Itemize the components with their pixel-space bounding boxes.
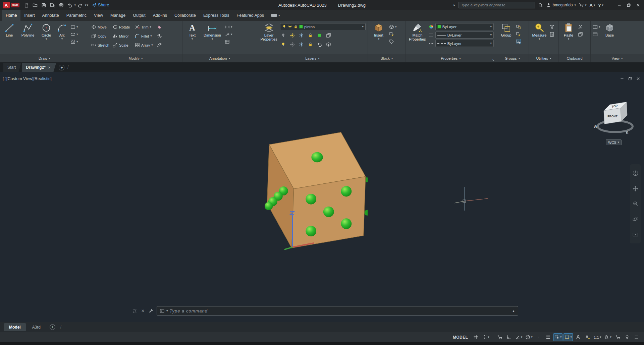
move-button[interactable]: Move xyxy=(91,24,113,30)
tab-home[interactable]: Home xyxy=(2,10,20,21)
ungroup-button[interactable] xyxy=(516,24,521,30)
close-tab-icon[interactable]: ✕ xyxy=(48,66,51,69)
layer-off-icon[interactable] xyxy=(281,33,286,38)
cut-button[interactable] xyxy=(578,24,583,30)
named-views-button[interactable] xyxy=(593,32,600,37)
group-button[interactable]: Group xyxy=(498,22,514,54)
layer-thaw-all-icon[interactable] xyxy=(299,42,304,47)
measure-button[interactable]: Measure ▾ xyxy=(531,22,548,54)
vp-minimize-button[interactable] xyxy=(618,75,626,82)
circle-button[interactable]: Circle ▾ xyxy=(39,22,54,54)
app-store-button[interactable]: ▾ xyxy=(579,3,587,8)
help-button[interactable]: ? ▾ xyxy=(598,3,603,8)
dynamic-input-toggle[interactable] xyxy=(495,333,504,341)
polar-tracking-toggle[interactable]: ▾ xyxy=(514,333,524,341)
panel-title-annotation[interactable]: Annotation ▾ xyxy=(182,54,257,62)
panel-title-properties[interactable]: Properties ▾ ↘ xyxy=(406,54,496,62)
command-input-box[interactable]: ▾ ▲ xyxy=(157,306,518,315)
ortho-toggle[interactable] xyxy=(505,333,513,341)
ribbon-display-toggle[interactable]: ▾ xyxy=(271,10,280,21)
layout-tab-a3rd[interactable]: A3rd xyxy=(27,323,46,331)
copy-button[interactable]: Copy xyxy=(91,34,113,39)
chevron-down-icon[interactable]: ▾ xyxy=(74,4,76,7)
layer-freeze-icon[interactable] xyxy=(299,33,304,38)
tab-express-tools[interactable]: Express Tools xyxy=(200,10,233,21)
erase-button[interactable] xyxy=(157,24,166,30)
autodesk-apps-button[interactable]: A ▾ xyxy=(590,3,595,8)
panel-title-view[interactable]: View ▾ xyxy=(591,54,644,62)
tab-annotate[interactable]: Annotate xyxy=(39,10,63,21)
layer-lock-icon[interactable] xyxy=(308,33,313,38)
line-button[interactable]: Line xyxy=(2,22,17,54)
dice-3d-model[interactable] xyxy=(263,132,368,250)
rectangle-button[interactable]: ▾ xyxy=(70,24,78,30)
layer-match-icon[interactable] xyxy=(326,33,331,38)
group-edit-button[interactable] xyxy=(516,32,521,37)
mirror-button[interactable]: Mirror xyxy=(113,34,135,39)
file-tab-start[interactable]: Start xyxy=(3,63,21,72)
group-selection-toggle[interactable] xyxy=(516,39,521,44)
restore-button[interactable] xyxy=(624,1,633,9)
viewport-view-menu[interactable]: [Custom View] xyxy=(6,76,33,81)
wcs-dropdown[interactable]: WCS ▾ xyxy=(606,139,622,145)
panel-title-block[interactable]: Block ▾ xyxy=(368,54,406,62)
grid-display-toggle[interactable] xyxy=(472,333,480,341)
polyline-button[interactable]: Polyline xyxy=(18,22,37,54)
ellipse-button[interactable]: ▾ xyxy=(70,32,78,37)
annotation-visibility-toggle[interactable] xyxy=(574,333,582,341)
new-drawing-button[interactable]: + xyxy=(59,65,64,70)
annotation-scale-button[interactable]: 1:1▾ xyxy=(593,333,602,341)
vp-close-button[interactable] xyxy=(634,75,642,82)
dimension-style-button[interactable]: ▾ xyxy=(225,24,232,30)
tab-addins[interactable]: Add-ins xyxy=(149,10,171,21)
viewport-control-menu[interactable]: [-] xyxy=(3,76,6,81)
tab-parametric[interactable]: Parametric xyxy=(63,10,90,21)
tab-collaborate[interactable]: Collaborate xyxy=(171,10,200,21)
layer-on-all-icon[interactable] xyxy=(281,42,286,47)
annotation-autoscale-toggle[interactable] xyxy=(583,333,592,341)
viewcube[interactable]: W S TOP FRONT WCS ▾ xyxy=(594,98,644,148)
lineweight-dropdown[interactable]: ByLayer ▾ xyxy=(435,32,494,39)
fillet-button[interactable]: Fillet▾ xyxy=(135,34,157,39)
quick-calc-button[interactable] xyxy=(549,32,554,37)
rotate-button[interactable]: Rotate xyxy=(113,24,135,30)
create-block-button[interactable]: ▾ xyxy=(389,24,397,30)
object-color-dropdown[interactable]: ByLayer ▾ xyxy=(435,23,494,30)
layer-previous-icon[interactable] xyxy=(317,42,322,47)
array-button[interactable]: Array▾ xyxy=(135,43,157,48)
tab-view[interactable]: View xyxy=(90,10,107,21)
panel-title-groups[interactable]: Groups ▾ xyxy=(496,54,529,62)
layer-isolate-icon[interactable] xyxy=(290,33,295,38)
plot-button[interactable] xyxy=(57,1,65,9)
qat-customize-icon[interactable]: ▾ xyxy=(87,4,89,7)
linetype-dropdown[interactable]: ByLayer ▾ xyxy=(435,40,494,47)
lineweight-toggle[interactable] xyxy=(544,333,552,341)
viewport-style-menu[interactable]: [Realistic] xyxy=(33,76,51,81)
share-button[interactable]: Share xyxy=(92,3,109,7)
save-button[interactable] xyxy=(40,1,48,9)
arc-button[interactable]: Arc ▾ xyxy=(55,22,69,54)
command-input[interactable] xyxy=(170,308,511,313)
zoom-icon[interactable] xyxy=(632,200,639,207)
object-snap-toggle[interactable]: ▾ xyxy=(564,333,573,341)
scale-button[interactable]: Scale xyxy=(113,43,135,48)
showmotion-icon[interactable] xyxy=(632,231,639,238)
explode-button[interactable] xyxy=(157,34,166,39)
pan-icon[interactable] xyxy=(632,185,639,192)
command-settings-button[interactable] xyxy=(148,308,154,314)
close-button[interactable] xyxy=(633,1,643,9)
layer-unlock-all-icon[interactable] xyxy=(308,42,313,47)
osnap-tracking-toggle[interactable] xyxy=(535,333,543,341)
search-button[interactable] xyxy=(538,3,543,8)
tab-output[interactable]: Output xyxy=(129,10,149,21)
edit-block-button[interactable] xyxy=(389,32,397,37)
viewport-canvas[interactable]: [-] [Custom View] [Realistic] xyxy=(0,72,644,322)
undo-button[interactable] xyxy=(66,1,74,9)
layer-walk-icon[interactable] xyxy=(326,42,331,47)
workspace-switching-button[interactable]: ▾ xyxy=(603,333,612,341)
leader-button[interactable]: ▾ xyxy=(225,32,232,37)
model-space-button[interactable]: MODEL xyxy=(450,333,471,341)
offset-button[interactable] xyxy=(157,43,166,48)
tab-insert[interactable]: Insert xyxy=(20,10,38,21)
file-tab-drawing2[interactable]: Drawing2* ✕ xyxy=(22,63,56,72)
